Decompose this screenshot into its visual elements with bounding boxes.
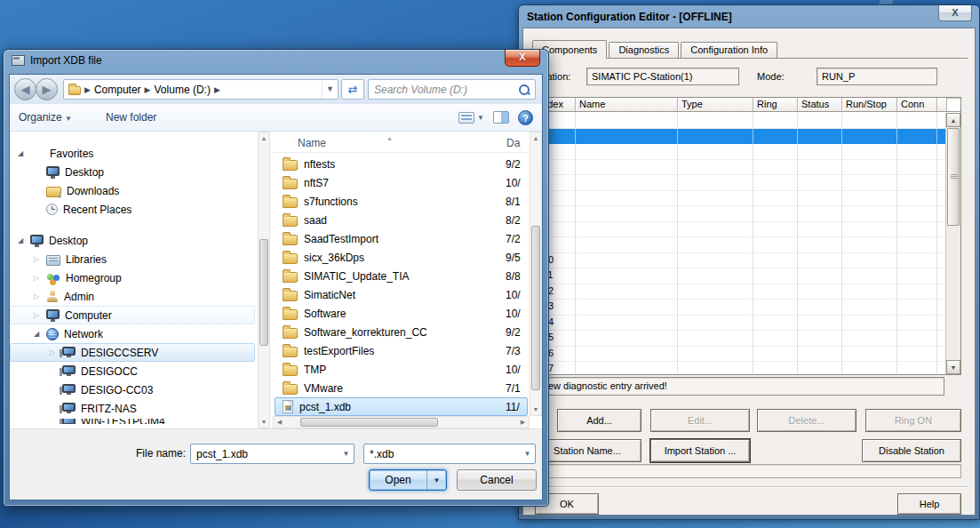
nav-item-libraries[interactable]: ▷Libraries [10,250,255,268]
disable-station-button[interactable]: Disable Station [862,439,961,462]
search-input[interactable]: Search Volume (D:) [368,79,536,100]
file-item-s7functions[interactable]: s7functions8/1 [275,192,528,211]
nav-item-network[interactable]: ◢Network [10,324,255,343]
import-station-button[interactable]: Import Station ... [650,439,750,462]
file-item-nftests[interactable]: nftests9/2 [275,155,528,173]
nav-item-admin[interactable]: ▷Admin [10,287,255,306]
collapsed-arrow-icon[interactable]: ▷ [32,311,41,319]
edit-button[interactable]: Edit... [650,409,750,432]
column-header-spacer[interactable] [937,98,947,111]
nav-item-desigo-cc03[interactable]: DESIGO-CC03 [10,380,255,399]
table-row[interactable]: 7 [536,206,945,222]
column-header-name[interactable]: Name [576,98,678,111]
preview-pane-icon[interactable] [493,111,509,124]
expanded-arrow-icon[interactable]: ◢ [16,149,25,157]
scroll-down-icon[interactable]: ▼ [259,416,269,428]
nav-item-win-testpcim4[interactable]: WIN-TESTPCIM4 [10,418,255,425]
table-row[interactable]: 4 [536,160,945,176]
scroll-down-icon[interactable]: ▼ [946,360,960,374]
breadcrumb[interactable]: ▶ Computer ▶ Volume (D:) ▶ ▼ [63,79,339,100]
change-view-button[interactable]: ▼ [458,112,484,124]
table-vertical-scrollbar[interactable]: ▲ ▼ [945,113,960,374]
expanded-arrow-icon[interactable]: ◢ [32,330,41,338]
column-header-date[interactable]: Da [506,137,530,152]
nav-item-fritz-nas[interactable]: FRITZ-NAS [10,399,255,418]
column-header-run-stop[interactable]: Run/Stop [842,98,897,111]
table-row[interactable]: 8 [536,222,945,238]
file-item-pcst-1-xdb[interactable]: pcst_1.xdb11/ [275,397,528,416]
table-row[interactable]: 3 [536,144,945,160]
file-item-testexportfiles[interactable]: testExportFiles7/3 [275,341,528,360]
tab-diagnostics[interactable]: Diagnostics [609,42,679,58]
file-item-tmp[interactable]: TMP10/ [275,360,528,379]
forward-button[interactable]: ▶ [36,78,58,100]
organize-menu[interactable]: Organize ▼ [19,111,72,124]
file-item-vmware[interactable]: VMware7/1 [275,379,528,397]
column-header-type[interactable]: Type [678,98,753,111]
nav-item-desigocc[interactable]: DESIGOCC [10,362,255,380]
file-item-simatic-update-tia[interactable]: SIMATIC_Update_TIA8/8 [275,267,528,285]
file-item-software-korrekturen-cc[interactable]: Software_korrekturen_CC9/2 [275,323,528,341]
nav-item-downloads[interactable]: Downloads [10,181,255,200]
nav-item-desktop[interactable]: Desktop [10,163,255,181]
table-row[interactable]: 17 [536,362,945,374]
scroll-right-icon[interactable]: ▶ [517,417,529,428]
breadcrumb-computer[interactable]: Computer [94,84,141,96]
file-item-simaticnet[interactable]: SimaticNet10/ [275,285,528,304]
file-scrollbar-thumb[interactable] [531,226,540,390]
back-button[interactable]: ◀ [14,78,36,100]
new-folder-button[interactable]: New folder [106,111,156,124]
scroll-left-icon[interactable]: ◀ [274,417,285,428]
nav-scrollbar[interactable]: ▲ ▼ [258,132,270,428]
breadcrumb-volume-d[interactable]: Volume (D:) [155,84,211,96]
delete-button[interactable]: Delete... [757,409,857,432]
file-name-input[interactable]: pcst_1.xdb ▼ [190,444,355,464]
column-header-status[interactable]: Status [798,98,842,111]
file-item-sicx-36kdps[interactable]: sicx_36kDps9/5 [275,248,528,267]
tab-configuration-info[interactable]: Configuration Info [681,42,777,58]
nav-item-desktop[interactable]: ◢Desktop [10,231,255,250]
collapsed-arrow-icon[interactable]: ▷ [32,292,41,300]
table-row[interactable]: 14 [536,316,945,332]
file-item-software[interactable]: Software10/ [275,304,528,323]
chevron-down-icon[interactable]: ▼ [339,444,354,463]
nav-item-recent-places[interactable]: Recent Places [10,200,255,219]
scroll-up-icon[interactable]: ▲ [259,132,269,144]
table-row[interactable]: 2 [536,129,945,145]
table-row[interactable]: 16 [536,347,945,363]
file-item-saadtestimport[interactable]: SaadTestImport7/2 [275,229,528,248]
search-icon[interactable] [519,84,530,95]
add-button[interactable]: Add... [557,409,641,432]
station-name-button[interactable]: Station Name... [533,439,641,462]
column-header-ring[interactable]: Ring [753,98,798,111]
expanded-arrow-icon[interactable]: ◢ [16,236,25,244]
open-split-dropdown-icon[interactable]: ▼ [426,470,446,490]
station-window-titlebar[interactable]: Station Configuration Editor - [OFFLINE]… [519,5,979,28]
collapsed-arrow-icon[interactable]: ▷ [48,348,57,356]
collapsed-arrow-icon[interactable]: ▷ [32,255,41,263]
table-row[interactable]: 10 [536,253,945,269]
ring-on-button[interactable]: Ring ON [865,409,961,432]
scroll-down-icon[interactable]: ▼ [530,404,541,415]
table-row[interactable]: 1 [536,113,945,129]
file-type-select[interactable]: *.xdb ▼ [363,444,536,464]
file-item-saad[interactable]: saad8/2 [275,211,528,229]
scroll-up-icon[interactable]: ▲ [946,113,960,127]
table-row[interactable]: 11 [536,268,945,284]
nav-item-computer[interactable]: ▷Computer [10,306,255,324]
table-row[interactable]: 13 [536,300,945,316]
scroll-up-icon[interactable]: ▲ [530,132,541,144]
nav-item-desigccserv[interactable]: ▷DESIGCCSERV [10,343,255,362]
open-button[interactable]: Open ▼ [369,469,447,491]
nav-scrollbar-thumb[interactable] [259,239,268,346]
refresh-button[interactable]: ⇄ [341,79,364,100]
table-row[interactable]: 15 [536,331,945,347]
horizontal-scrollbar[interactable]: ◀ ▶ [273,416,530,428]
cancel-button[interactable]: Cancel [457,469,537,491]
file-item-nfts7[interactable]: nftS710/ [275,173,528,192]
nav-item-favorites[interactable]: ◢Favorites [10,144,255,163]
help-button[interactable]: Help [897,493,961,515]
import-dialog-titlebar[interactable]: Import XDB file [12,54,102,67]
h-scrollbar-thumb[interactable] [300,418,438,427]
dialog-close-button[interactable]: X [505,50,540,67]
